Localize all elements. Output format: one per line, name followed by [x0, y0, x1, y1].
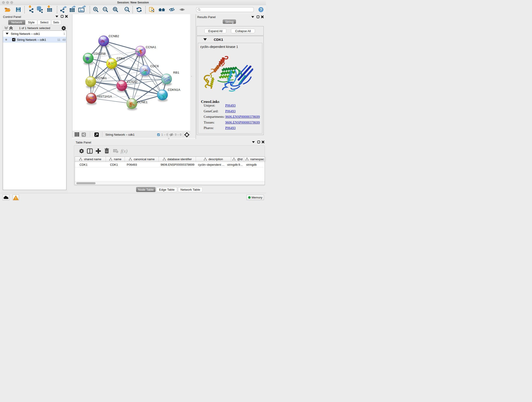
svg-text:CCNB2: CCNB2 [109, 34, 119, 38]
svg-text:CDK1: CDK1 [117, 57, 125, 60]
svg-text:1 – 0: 1 – 0 [161, 133, 168, 136]
svg-text:CCNA2: CCNA2 [127, 80, 138, 84]
svg-text:0 – 0: 0 – 0 [175, 133, 181, 136]
svg-text:CDKN1A: CDKN1A [168, 88, 180, 91]
svg-text:CCNB1: CCNB1 [96, 76, 107, 80]
svg-text:1 of 1 Network selected: 1 of 1 Network selected [19, 26, 50, 30]
svg-text:CCNE1: CCNE1 [137, 100, 147, 104]
svg-text:?: ? [260, 7, 262, 12]
svg-text:CCNA1: CCNA1 [146, 45, 156, 49]
svg-text:String Network – cdk1: String Network – cdk1 [105, 133, 134, 136]
svg-text:f(x): f(x) [121, 148, 127, 154]
svg-text:HIST1H1A: HIST1H1A [97, 95, 112, 98]
svg-text:CDC25B: CDC25B [94, 52, 106, 56]
svg-text:CDC6: CDC6 [150, 64, 159, 68]
svg-text:RB1: RB1 [173, 71, 179, 74]
